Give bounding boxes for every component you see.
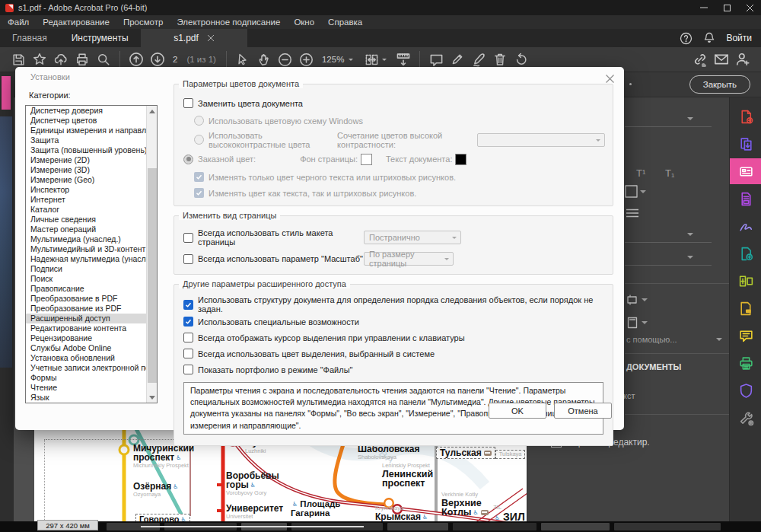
tab-home[interactable]: Главная (0, 29, 59, 47)
station-name: Ленинский проспект (382, 470, 433, 489)
category-item[interactable]: Преобразование из PDF (26, 304, 157, 314)
edit-pdf-icon[interactable] (730, 158, 761, 184)
category-item[interactable]: Установка обновлений (26, 353, 157, 363)
zoom-level-dropdown[interactable]: 125% (317, 55, 349, 64)
scan-ocr-icon[interactable] (730, 186, 761, 212)
category-item[interactable]: Службы Adobe Online (26, 343, 157, 353)
fill-sign-icon[interactable] (730, 213, 761, 239)
category-item[interactable]: Формы (26, 373, 157, 383)
category-item[interactable]: Измерение (Geo) (26, 175, 157, 185)
protect-icon[interactable] (730, 377, 761, 403)
category-item[interactable]: Преобразование в PDF (26, 294, 157, 304)
category-item[interactable]: Защита (26, 135, 157, 145)
category-item[interactable]: Единицы измерения и направляющие (26, 126, 157, 135)
scroll-up-icon[interactable] (147, 106, 158, 116)
minimize-button[interactable] (693, 0, 715, 15)
checkbox[interactable] (183, 349, 193, 358)
category-item[interactable]: Личные сведения (26, 215, 157, 225)
tab-tools[interactable]: Инструменты (59, 29, 141, 47)
checkbox[interactable] (183, 317, 193, 327)
tab-document[interactable]: s1.pdf (141, 29, 247, 47)
preference-row: Изменять цвет как текста, так и штриховы… (194, 185, 605, 201)
close-tool-button[interactable]: Закрыть (689, 75, 750, 94)
convert-caret-icon[interactable] (716, 338, 722, 344)
category-item[interactable]: Надежная мультимедиа (унаслед.) (26, 254, 157, 264)
category-item[interactable]: Правописание (26, 284, 157, 294)
menu-item-5[interactable]: Справка (328, 18, 362, 27)
category-item[interactable]: Диспетчер цветов (26, 116, 157, 126)
menu-item-2[interactable]: Просмотр (123, 18, 164, 27)
comment-icon[interactable] (730, 323, 761, 349)
contrast-scheme-label: Сочетание цветов высокой контрастности: (337, 131, 473, 149)
category-item[interactable]: Расширенный доступ (26, 314, 157, 323)
bullet-style-icon[interactable] (625, 185, 638, 198)
category-item[interactable]: Мультимедиа (унаслед.) (26, 234, 157, 244)
category-item[interactable]: Интернет (26, 195, 157, 205)
checkbox[interactable] (183, 365, 193, 374)
metro-station-label: ZIL♿ ЗИЛ (493, 505, 525, 521)
format-dropdown-caret-icon[interactable] (687, 117, 693, 123)
notifications-bell-icon[interactable] (703, 32, 715, 44)
page-number-field[interactable]: 2 (168, 55, 182, 64)
invite-person-icon[interactable] (732, 49, 753, 69)
menu-item-3[interactable]: Электронное подписание (177, 18, 280, 27)
organize-pages-icon[interactable] (730, 268, 761, 294)
create-pdf-icon[interactable] (730, 104, 761, 129)
category-item[interactable]: Учетные записи электронной почты (26, 363, 157, 373)
cancel-button[interactable]: Отмена (554, 403, 612, 419)
scrollbar-thumb[interactable] (148, 168, 157, 383)
crop-pages-icon[interactable] (626, 294, 638, 306)
checkbox[interactable] (183, 233, 193, 243)
fit-caret-icon[interactable] (382, 59, 387, 63)
category-item[interactable]: Рецензирование (26, 333, 157, 343)
ok-button[interactable]: OK (489, 403, 546, 419)
category-item[interactable]: Инспектор (26, 185, 157, 195)
category-item[interactable]: Подписи (26, 264, 157, 274)
checkbox[interactable] (183, 333, 193, 342)
help-icon[interactable] (680, 32, 693, 45)
export-pdf-icon[interactable] (730, 131, 761, 157)
zoom-caret-icon[interactable] (349, 59, 353, 63)
category-item[interactable]: Редактирование контента (26, 323, 157, 333)
color-swatch[interactable] (455, 154, 466, 165)
header-footer-icon[interactable] (626, 317, 638, 329)
paragraph-caret-icon[interactable] (687, 256, 693, 262)
compress-pdf-icon[interactable] (730, 295, 761, 321)
tab-bar: Главная Инструменты s1.pdf Войти (0, 29, 761, 47)
menu-item-0[interactable]: Файл (8, 18, 29, 27)
category-item[interactable]: Диспетчер доверия (26, 106, 157, 116)
checkbox[interactable] (183, 98, 193, 108)
category-item[interactable]: Измерение (2D) (26, 155, 157, 165)
checkbox[interactable] (183, 254, 193, 264)
category-item[interactable]: Мультимедийный и 3D-контент (26, 244, 157, 254)
combine-files-icon[interactable] (730, 241, 761, 266)
category-item[interactable]: Поиск (26, 274, 157, 284)
color-swatch[interactable] (361, 154, 372, 165)
category-item[interactable]: Чтение (26, 383, 157, 393)
sign-in-button[interactable]: Войти (726, 33, 752, 43)
scroll-down-icon[interactable] (147, 393, 158, 403)
maximize-button[interactable] (715, 0, 738, 15)
superscript-icon[interactable]: T¹ (636, 167, 645, 179)
category-item[interactable]: Каталог (26, 205, 157, 215)
menu-item-1[interactable]: Редактирование (43, 18, 110, 27)
category-item[interactable]: Защита (повышенный уровень) (26, 145, 157, 155)
close-window-button[interactable] (738, 0, 761, 15)
shared-link-icon[interactable] (689, 49, 711, 69)
menu-item-4[interactable]: Окно (294, 18, 314, 27)
more-tools-icon[interactable] (730, 405, 761, 431)
list-icon[interactable] (626, 209, 638, 218)
print-production-icon[interactable] (730, 350, 761, 376)
subscript-icon[interactable]: T₁ (665, 167, 674, 179)
send-email-icon[interactable] (711, 49, 732, 69)
scrollbar-line[interactable] (141, 526, 364, 527)
categories-listbox[interactable]: Диспетчер доверияДиспетчер цветовЕдиницы… (25, 105, 158, 403)
dialog-close-icon[interactable] (604, 73, 615, 84)
category-item[interactable]: Язык (26, 393, 157, 403)
checkbox[interactable] (183, 300, 193, 310)
categories-scrollbar[interactable] (146, 106, 157, 403)
category-item[interactable]: Измерение (3D) (26, 165, 157, 175)
line-spacing-caret-icon[interactable] (687, 233, 693, 239)
category-item[interactable]: Мастер операций (26, 225, 157, 234)
close-tab-icon[interactable] (208, 35, 214, 41)
